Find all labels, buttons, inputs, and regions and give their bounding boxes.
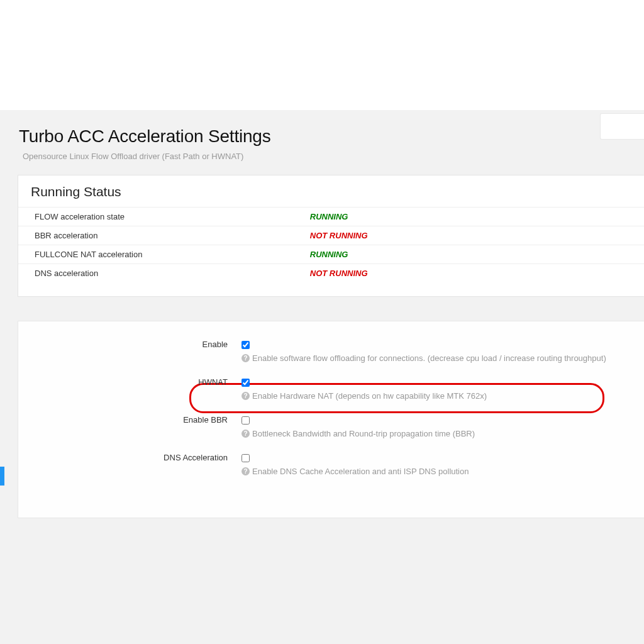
status-label: DNS acceleration [18,264,294,283]
status-value: NOT RUNNING [294,226,644,245]
status-label: BBR acceleration [18,226,294,245]
top-whitespace [0,0,644,110]
status-table: FLOW acceleration state RUNNING BBR acce… [18,207,644,282]
status-row-bbr: BBR acceleration NOT RUNNING [18,226,644,245]
status-value: NOT RUNNING [294,264,644,283]
enable-help: ?Enable software flow offloading for con… [242,353,644,363]
status-row-dns: DNS acceleration NOT RUNNING [18,264,644,283]
form-row-bbr: Enable BBR ?Bottleneck Bandwidth and Rou… [18,414,644,442]
hwnat-checkbox[interactable] [242,379,250,387]
running-status-panel: Running Status FLOW acceleration state R… [18,175,644,297]
help-icon: ? [242,392,250,400]
page-title: Turbo ACC Acceleration Settings [19,126,644,147]
form-row-dns: DNS Acceleration ?Enable DNS Cache Accel… [18,452,644,480]
help-icon: ? [242,354,250,362]
bbr-label: Enable BBR [18,414,242,425]
enable-label: Enable [18,339,242,349]
dns-help: ?Enable DNS Cache Acceleration and anti … [242,467,644,476]
form-row-enable: Enable ?Enable software flow offloading … [18,339,644,367]
help-icon: ? [242,467,250,475]
help-icon: ? [242,430,250,438]
bbr-checkbox[interactable] [242,416,250,425]
hwnat-help: ?Enable Hardware NAT (depends on hw capa… [242,391,644,401]
page-subtitle: Opensource Linux Flow Offload driver (Fa… [19,152,644,161]
dns-label: DNS Acceleration [18,452,242,462]
bbr-help: ?Bottleneck Bandwidth and Round-trip pro… [242,429,644,438]
left-accent-bar [0,467,4,486]
ghost-tab-fragment [600,113,644,140]
hwnat-label: HWNAT [18,377,242,387]
dns-checkbox[interactable] [242,454,250,462]
settings-form-panel: Enable ?Enable software flow offloading … [18,321,644,518]
enable-checkbox[interactable] [242,341,250,349]
status-value: RUNNING [294,208,644,226]
status-row-fullcone: FULLCONE NAT acceleration RUNNING [18,245,644,264]
status-value: RUNNING [294,245,644,264]
status-label: FULLCONE NAT acceleration [18,245,294,264]
form-row-hwnat: HWNAT ?Enable Hardware NAT (depends on h… [18,377,644,404]
status-label: FLOW acceleration state [18,208,294,226]
running-status-heading: Running Status [31,184,644,199]
status-row-flow: FLOW acceleration state RUNNING [18,208,644,226]
